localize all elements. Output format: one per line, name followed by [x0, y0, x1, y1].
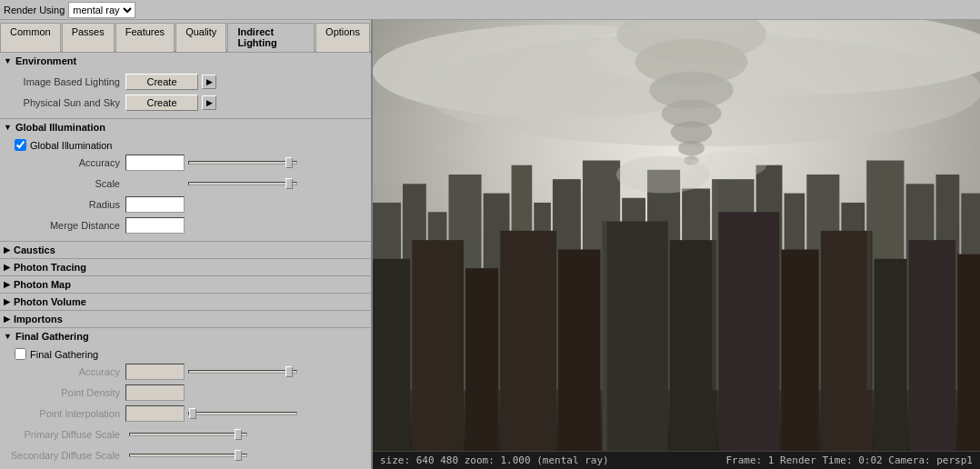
gi-merge-distance-row: Merge Distance 0.000 [7, 216, 371, 234]
fg-primary-diffuse-scale-label: Primary Diffuse Scale [7, 429, 125, 440]
gi-accuracy-thumb [285, 157, 293, 168]
section-importons: ▶ Importons [0, 310, 371, 327]
fg-point-interpolation-row: Point Interpolation 10 [7, 404, 371, 423]
sun-sky-create-button[interactable]: Create [125, 95, 198, 111]
section-photon-volume: ▶ Photon Volume [0, 293, 371, 310]
svg-rect-39 [670, 240, 717, 451]
gi-accuracy-slider[interactable] [188, 161, 297, 165]
sun-sky-label: Physical Sun and Sky [7, 97, 125, 108]
section-photon-map: ▶ Photon Map [0, 275, 371, 293]
photon-tracing-title: Photon Tracing [14, 262, 86, 273]
fg-point-density-row: Point Density 0.100 [7, 384, 371, 402]
status-bar: size: 640 480 zoom: 1.000 (mental ray) F… [373, 451, 980, 469]
gi-body: Global Illumination Accuracy 100 Scale [0, 135, 371, 241]
fg-checkbox[interactable] [15, 348, 26, 360]
gi-arrow: ▼ [4, 123, 12, 132]
fg-point-interpolation-thumb [189, 408, 196, 419]
fg-secondary-diffuse-scale-label: Secondary Diffuse Scale [7, 450, 125, 461]
gi-header[interactable]: ▼ Global Illumination [0, 118, 371, 135]
image-based-lighting-row: Image Based Lighting Create ▶ [7, 73, 371, 91]
render-scene [373, 20, 980, 451]
gi-accuracy-row: Accuracy 100 [7, 154, 371, 172]
gi-checkbox[interactable] [15, 139, 26, 151]
photon-tracing-header[interactable]: ▶ Photon Tracing [0, 258, 371, 275]
gi-radius-input[interactable]: 0.000 [125, 196, 185, 213]
fg-checkbox-row: Final Gathering [7, 348, 371, 360]
fg-secondary-diffuse-slider[interactable] [129, 454, 247, 457]
section-environment: ▼ Environment Image Based Lighting Creat… [0, 52, 371, 118]
sun-sky-arrow-button[interactable]: ▶ [202, 95, 216, 110]
ibl-create-button[interactable]: Create [125, 74, 198, 90]
section-caustics: ▶ Caustics [0, 241, 371, 258]
size-h: 480 [440, 454, 458, 466]
fg-secondary-diffuse-scale-row: Secondary Diffuse Scale [7, 446, 371, 464]
zoom-label: zoom: [465, 454, 501, 466]
svg-rect-42 [821, 231, 873, 451]
svg-rect-41 [781, 249, 818, 451]
environment-arrow: ▼ [4, 56, 12, 65]
size-w: 640 [416, 454, 435, 466]
render-using-label: Render Using [4, 5, 65, 15]
tab-options[interactable]: Options [315, 23, 370, 52]
fg-accuracy-input[interactable]: 100 [125, 364, 185, 380]
caustics-title: Caustics [14, 244, 55, 255]
fg-checkbox-label: Final Gathering [30, 349, 98, 360]
tab-quality[interactable]: Quality [175, 23, 226, 52]
tab-indirect-lighting[interactable]: Indirect Lighting [227, 23, 315, 52]
fg-secondary-diffuse-thumb [235, 450, 242, 461]
photon-tracing-arrow: ▶ [4, 263, 10, 272]
photon-map-header[interactable]: ▶ Photon Map [0, 275, 371, 293]
photon-volume-header[interactable]: ▶ Photon Volume [0, 293, 371, 310]
tab-passes[interactable]: Passes [62, 23, 115, 52]
svg-rect-36 [500, 231, 556, 451]
fg-body: Final Gathering Accuracy 100 Point Densi… [0, 344, 371, 469]
gi-scale-slider[interactable] [188, 182, 297, 185]
svg-rect-45 [957, 254, 980, 451]
engine-name: (mental ray) [536, 454, 608, 466]
render-time-value: 0:02 [858, 454, 883, 466]
render-engine-select[interactable]: mental ray scanline arnold [68, 2, 135, 18]
section-final-gathering: ▼ Final Gathering Final Gathering Accura… [0, 327, 371, 469]
fg-header[interactable]: ▼ Final Gathering [0, 327, 371, 344]
fg-point-interpolation-input[interactable]: 10 [125, 405, 185, 422]
tab-common[interactable]: Common [0, 23, 61, 52]
environment-header[interactable]: ▼ Environment [0, 52, 371, 69]
gi-checkbox-row: Global Illumination [7, 139, 371, 151]
fg-accuracy-thumb [285, 366, 293, 377]
svg-rect-47 [712, 179, 717, 390]
gi-accuracy-label: Accuracy [7, 157, 125, 168]
render-view [373, 20, 980, 451]
fg-accuracy-row: Accuracy 100 [7, 363, 371, 381]
ibl-arrow-button[interactable]: ▶ [202, 75, 216, 89]
svg-rect-48 [866, 161, 871, 391]
svg-rect-43 [875, 259, 907, 451]
gi-merge-distance-input[interactable]: 0.000 [125, 217, 185, 234]
fg-arrow: ▼ [4, 332, 12, 341]
fg-primary-diffuse-scale-row: Primary Diffuse Scale [7, 425, 371, 444]
caustics-header[interactable]: ▶ Caustics [0, 241, 371, 258]
gi-scale-thumb [285, 178, 293, 189]
importons-arrow: ▶ [4, 314, 10, 324]
top-bar: Render Using mental ray scanline arnold [0, 0, 980, 20]
fg-point-interpolation-slider[interactable] [188, 412, 297, 415]
size-label: size: [380, 454, 410, 466]
gi-title: Global Illumination [15, 122, 105, 133]
physical-sun-sky-row: Physical Sun and Sky Create ▶ [7, 94, 371, 112]
gi-checkbox-label: Global Illumination [30, 140, 113, 151]
tab-bar: Common Passes Features Quality Indirect … [0, 20, 371, 52]
svg-rect-38 [603, 222, 668, 451]
fg-point-density-input[interactable]: 0.100 [125, 384, 185, 401]
svg-rect-37 [558, 249, 600, 451]
frame-info: Frame: 1 Render Time: 0:02 Camera: persp… [725, 454, 973, 466]
gi-accuracy-input[interactable]: 100 [125, 155, 185, 171]
importons-header[interactable]: ▶ Importons [0, 310, 371, 327]
gi-merge-distance-label: Merge Distance [7, 220, 125, 231]
svg-rect-33 [373, 259, 410, 451]
panel-content[interactable]: ▼ Environment Image Based Lighting Creat… [0, 52, 371, 469]
fg-primary-diffuse-slider[interactable] [129, 433, 247, 436]
fg-title: Final Gathering [15, 331, 89, 342]
zoom-value: 1.000 [501, 454, 531, 466]
tab-features[interactable]: Features [115, 23, 175, 52]
gi-radius-label: Radius [7, 199, 125, 210]
fg-accuracy-slider[interactable] [188, 370, 297, 374]
